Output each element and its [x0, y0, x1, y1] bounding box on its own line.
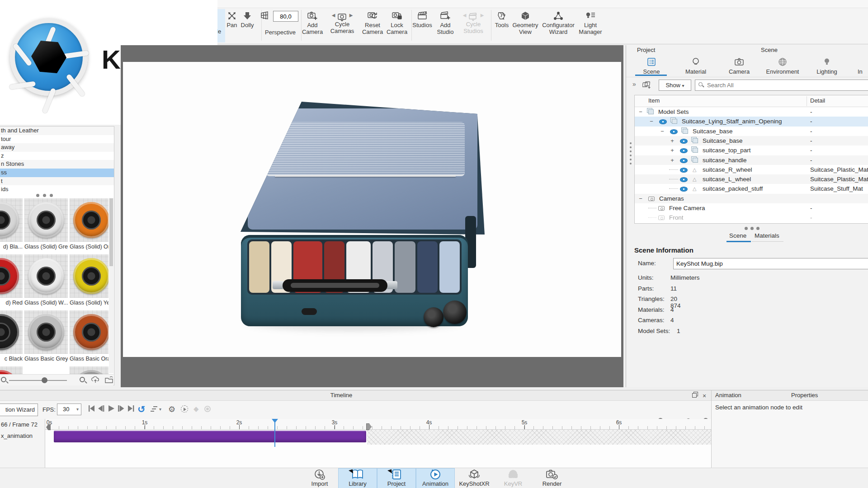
- tree-row[interactable]: △ suitcase_R_wheel Suitcase_Plastic_Mat: [635, 165, 868, 174]
- visibility-eye-icon[interactable]: [659, 119, 667, 124]
- timeline-settings-button[interactable]: ⚙: [168, 404, 178, 414]
- tree-row-selected[interactable]: − Suitcase_Lying_Staff_anim_Opening -: [635, 117, 868, 126]
- cloud-upload-icon[interactable]: [91, 376, 99, 384]
- playhead-handle[interactable]: [272, 419, 278, 423]
- import-button[interactable]: Import: [300, 468, 339, 488]
- visibility-eye-icon[interactable]: [680, 139, 688, 144]
- perspective-value-input[interactable]: [273, 11, 298, 22]
- material-item[interactable]: Glass (Solid) Yel...: [70, 254, 108, 306]
- render-canvas[interactable]: [123, 62, 621, 357]
- tree-row[interactable]: + suitcase_top_part -: [635, 145, 868, 155]
- material-item[interactable]: Glass (Solid) Or...: [70, 198, 108, 250]
- expand-icon[interactable]: +: [669, 136, 675, 145]
- zoom-in-icon[interactable]: [80, 377, 85, 382]
- tab-scene[interactable]: Scene: [631, 57, 672, 75]
- fps-dropdown[interactable]: 30▾: [57, 404, 81, 415]
- scene-name-input[interactable]: [673, 258, 868, 269]
- timeline-titlebar[interactable]: Timeline ×: [0, 390, 711, 401]
- collapse-icon[interactable]: −: [637, 194, 644, 203]
- thumbnail-size-slider[interactable]: [9, 380, 67, 381]
- animation-clip-bar[interactable]: [54, 431, 366, 442]
- turntable-preview-button[interactable]: [181, 405, 188, 413]
- material-item[interactable]: Glass (Solid) Grey: [24, 198, 68, 250]
- material-item[interactable]: Glass Basic Ora...: [70, 310, 108, 362]
- studios-button[interactable]: Studios: [410, 10, 435, 42]
- tree-row[interactable]: + suitcase_handle -: [635, 155, 868, 165]
- tree-row[interactable]: △ suitcase_L_wheel Suitcase_Plastic_Mat: [635, 174, 868, 184]
- collapse-icon[interactable]: −: [648, 117, 655, 126]
- tab-image[interactable]: In: [858, 57, 868, 75]
- add-studio-button[interactable]: Add Studio: [434, 10, 457, 42]
- tree-row[interactable]: Front -: [635, 213, 868, 222]
- expand-icon[interactable]: +: [669, 145, 675, 155]
- material-item[interactable]: Glass (Solid) W...: [24, 254, 68, 306]
- realtime-viewport[interactable]: [121, 45, 623, 387]
- collapse-icon[interactable]: −: [659, 127, 665, 136]
- material-item[interactable]: c Black: [0, 310, 23, 362]
- cycle-prev-icon[interactable]: ◀: [332, 13, 335, 18]
- close-icon[interactable]: ×: [703, 392, 706, 399]
- playhead[interactable]: [274, 419, 275, 447]
- search-input[interactable]: [707, 80, 865, 90]
- slider-knob[interactable]: [42, 377, 47, 383]
- collapse-icon[interactable]: −: [637, 107, 644, 117]
- tab-camera[interactable]: Camera: [718, 57, 760, 75]
- splitter-handle[interactable]: [745, 227, 760, 230]
- visibility-eye-icon[interactable]: [670, 129, 678, 134]
- animation-wizard-button[interactable]: tion Wizard: [0, 404, 38, 416]
- geometry-view-button[interactable]: Geometry View: [510, 10, 541, 42]
- splitter-handle[interactable]: [36, 194, 53, 197]
- tree-row[interactable]: − Suitcase_base -: [635, 127, 868, 136]
- timeline-track-area[interactable]: [45, 430, 711, 468]
- playback-speed-button[interactable]: [149, 404, 159, 414]
- step-back-button[interactable]: [97, 404, 107, 414]
- zoom-out-icon[interactable]: [1, 377, 6, 382]
- skip-to-start-button[interactable]: [87, 404, 97, 414]
- timeline-ruler[interactable]: 0s 1s 2s 3s 4s 5s 6s: [45, 419, 711, 430]
- configurator-wizard-button[interactable]: Configurator Wizard: [541, 10, 576, 42]
- skip-to-end-button[interactable]: [127, 404, 137, 414]
- keyshotxr-button[interactable]: KeyShotXR: [455, 468, 494, 488]
- loop-playback-button[interactable]: ↺: [137, 404, 147, 414]
- animation-track-name[interactable]: x_animation: [1, 432, 33, 439]
- render-button[interactable]: Render: [533, 468, 571, 488]
- tree-row[interactable]: − Model Sets -: [635, 107, 868, 117]
- tree-row[interactable]: △ suitcase_packed_stuff Suitcase_Stuff_M…: [635, 184, 868, 193]
- show-filter-button[interactable]: Show ▾: [659, 80, 691, 91]
- tab-material[interactable]: Material: [675, 57, 717, 75]
- material-item[interactable]: d) Bla...: [0, 198, 23, 250]
- library-category-selected[interactable]: ss: [0, 169, 114, 177]
- step-forward-button[interactable]: [117, 404, 127, 414]
- panel-edge-dots[interactable]: [630, 142, 632, 164]
- cycle-next-icon[interactable]: ▶: [349, 13, 353, 18]
- library-category[interactable]: n Stones: [0, 160, 114, 169]
- visibility-eye-icon[interactable]: [680, 168, 688, 173]
- add-geometry-icon[interactable]: [642, 80, 652, 89]
- library-button[interactable]: Library: [338, 468, 377, 488]
- animation-button[interactable]: Animation: [416, 468, 455, 488]
- subtab-materials[interactable]: Materials: [755, 232, 779, 239]
- project-button[interactable]: Project: [377, 468, 416, 488]
- tools-button[interactable]: Tools: [492, 10, 512, 42]
- tree-row[interactable]: + Suitcase_base -: [635, 136, 868, 145]
- lock-camera-button[interactable]: Lock Camera: [385, 10, 409, 42]
- library-scrollbar[interactable]: [109, 198, 113, 373]
- import-folder-icon[interactable]: [105, 376, 113, 384]
- visibility-eye-icon[interactable]: [680, 187, 688, 192]
- float-window-icon[interactable]: [692, 393, 697, 398]
- library-category[interactable]: tour: [0, 135, 114, 144]
- visibility-eye-icon[interactable]: [680, 158, 688, 163]
- reset-camera-button[interactable]: Reset Camera: [359, 10, 386, 42]
- tab-environment[interactable]: Environment: [762, 57, 803, 75]
- material-item[interactable]: d) Red: [0, 254, 23, 306]
- visibility-eye-icon[interactable]: [680, 148, 688, 153]
- dolly-button[interactable]: Dolly: [237, 10, 258, 42]
- collapse-panel-chevrons[interactable]: »: [632, 80, 636, 88]
- tree-row[interactable]: Free Camera -: [635, 203, 868, 213]
- light-manager-button[interactable]: Light Manager: [576, 10, 605, 42]
- expand-icon[interactable]: +: [669, 155, 675, 165]
- library-category[interactable]: t: [0, 177, 114, 186]
- caret-down-icon[interactable]: ▾: [159, 407, 161, 412]
- material-item[interactable]: Glass Basic Grey: [24, 310, 68, 362]
- library-category[interactable]: th and Leather: [0, 127, 114, 135]
